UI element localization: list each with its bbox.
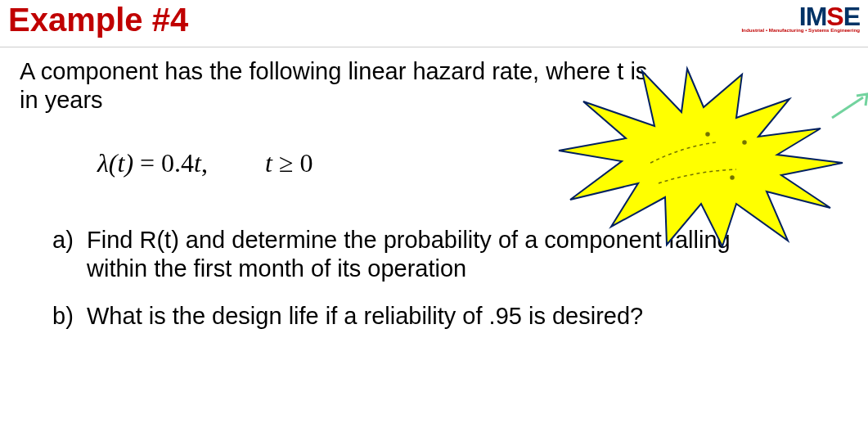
slide-header: Example #4 IMSE Industrial • Manufacturi… [0, 0, 868, 47]
starburst-icon [544, 56, 868, 253]
logo-main: IMSE [741, 5, 860, 29]
formula-rhs: t ≥ 0 [265, 148, 313, 178]
question-b-label: b) [52, 302, 87, 331]
imse-logo: IMSE Industrial • Manufacturing • System… [741, 2, 860, 33]
svg-point-2 [743, 141, 746, 144]
variable-t: t [118, 148, 125, 178]
variable-t-3: t [265, 148, 272, 178]
logo-subtitle: Industrial • Manufacturing • Systems Eng… [741, 27, 860, 33]
question-b-text: What is the design life if a reliability… [87, 302, 774, 331]
slide-content: A component has the following linear haz… [0, 47, 868, 331]
svg-marker-0 [559, 69, 843, 246]
svg-point-3 [731, 176, 734, 179]
formula-row: λ(t) = 0.4t, t ≥ 0 [97, 148, 848, 178]
lambda-symbol: λ [97, 148, 109, 178]
formula-lhs: λ(t) = 0.4t, [97, 148, 208, 178]
svg-point-1 [706, 133, 709, 136]
question-a-label: a) [52, 226, 87, 284]
variable-t-2: t [194, 148, 201, 178]
slide-title: Example #4 [8, 2, 188, 38]
question-b: b) What is the design life if a reliabil… [52, 302, 848, 331]
